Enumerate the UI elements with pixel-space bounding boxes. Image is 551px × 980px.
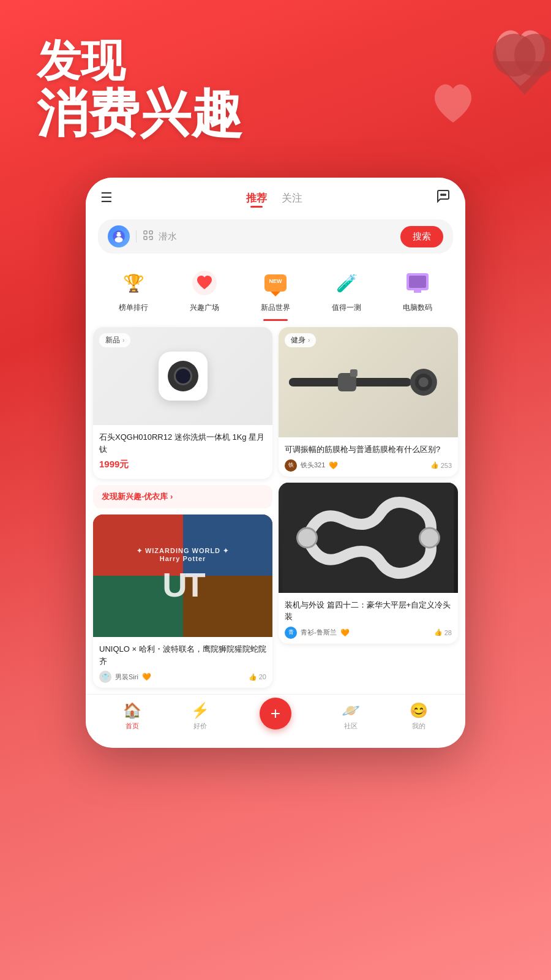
topbar-tabs: 推荐 关注 — [246, 191, 302, 205]
fitness-image: 健身 › — [279, 327, 458, 437]
svg-point-5 — [444, 194, 446, 195]
tab-recommend[interactable]: 推荐 — [246, 191, 267, 205]
fitness-title: 可调振幅的筋膜枪与普通筋膜枪有什么区别? — [285, 443, 452, 456]
fitness-footer: 铁 铁头321 🧡 👍 253 — [285, 459, 452, 472]
interest-label: 兴趣广场 — [190, 303, 219, 313]
ranking-label: 榜单排行 — [119, 303, 148, 313]
harry-vip: 🧡 — [142, 673, 151, 681]
search-bar[interactable]: 潜水 搜索 — [98, 219, 453, 254]
camera-lens-inner — [174, 367, 192, 385]
interest-icon — [189, 267, 220, 299]
category-new[interactable]: NEW 新品世界 — [260, 267, 291, 313]
test-icon: 🧪 — [331, 267, 362, 299]
svg-point-27 — [419, 377, 429, 387]
pc-like-icon: 👍 — [434, 628, 443, 636]
harry-card-body: UNIQLO × 哈利・波特联名，鹰院狮院獾院蛇院齐 👕 男装Siri 🧡 👍 … — [93, 637, 272, 688]
fitness-author-name: 铁头321 — [301, 461, 325, 470]
harry-author-name: 男装Siri — [115, 673, 138, 682]
new-tag-text: 新品 — [105, 335, 120, 345]
pc-author-name: 青衫-鲁斯兰 — [301, 628, 337, 637]
digital-label: 电脑数码 — [403, 303, 432, 313]
menu-icon[interactable]: ☰ — [100, 190, 113, 206]
harry-avatar: 👕 — [99, 671, 111, 683]
like-icon: 👍 — [249, 673, 257, 681]
left-column: 新品 › 石头XQGH010RR12 迷你洗烘一体机 1Kg 星月钛 1999元 — [93, 327, 272, 688]
discover-text: 发现新兴趣-优衣库 › — [102, 491, 173, 502]
chat-icon[interactable] — [436, 189, 451, 207]
svg-point-8 — [114, 237, 122, 243]
topbar: ☰ 推荐 关注 — [86, 178, 465, 214]
svg-point-0 — [493, 34, 536, 77]
camera-card-body: 石头XQGH010RR12 迷你洗烘一体机 1Kg 星月钛 1999元 — [93, 425, 272, 479]
svg-point-31 — [298, 528, 317, 548]
search-avatar — [108, 225, 130, 247]
pc-like-num: 28 — [444, 629, 452, 636]
fitness-like-icon: 👍 — [430, 461, 439, 469]
harry-author: 👕 男装Siri 🧡 — [99, 671, 151, 683]
camera-card[interactable]: 新品 › 石头XQGH010RR12 迷你洗烘一体机 1Kg 星月钛 1999元 — [93, 327, 272, 479]
fitness-card[interactable]: 健身 › 可调振幅的筋膜枪与普通筋膜枪有什么区别? — [279, 327, 458, 477]
pc-image — [279, 483, 458, 593]
svg-rect-23 — [414, 290, 421, 293]
hero-section: 发现 消费兴趣 — [37, 37, 242, 142]
fitness-likes: 👍 253 — [430, 461, 452, 469]
svg-text:NEW: NEW — [269, 278, 283, 284]
fitness-card-body: 可调振幅的筋膜枪与普通筋膜枪有什么区别? 铁 铁头321 🧡 👍 253 — [279, 437, 458, 477]
harry-card[interactable]: ✦ WIZARDING WORLD ✦Harry Potter UT UNIQL… — [93, 514, 272, 688]
pc-card[interactable]: 装机与外设 篇四十二：豪华大平层+自定义冷头装 青 青衫-鲁斯兰 🧡 👍 28 — [279, 483, 458, 644]
harry-image: ✦ WIZARDING WORLD ✦Harry Potter UT — [93, 514, 272, 637]
fitness-tag-text: 健身 — [291, 335, 305, 345]
category-digital[interactable]: 电脑数码 — [402, 267, 433, 313]
harry-footer: 👕 男装Siri 🧡 👍 20 — [99, 671, 266, 683]
ranking-icon: 🏆 — [118, 267, 149, 299]
community-label: 社区 — [344, 722, 358, 731]
svg-rect-22 — [409, 276, 426, 288]
svg-point-10 — [120, 233, 121, 235]
pc-vip: 🧡 — [340, 628, 350, 637]
fitness-tag: 健身 › — [285, 333, 316, 347]
profile-label: 我的 — [412, 722, 425, 731]
harry-logo: ✦ WIZARDING WORLD ✦Harry Potter — [137, 547, 229, 562]
gun-svg — [288, 361, 449, 404]
ut-text: UT — [162, 565, 203, 605]
harry-likes: 👍 20 — [249, 673, 266, 681]
nav-profile[interactable]: 😊 我的 — [410, 702, 428, 731]
search-placeholder: 潜水 — [159, 231, 177, 243]
search-divider — [136, 230, 137, 243]
discover-banner[interactable]: 发现新兴趣-优衣库 › — [93, 485, 272, 508]
fitness-like-num: 253 — [441, 462, 452, 469]
nav-community[interactable]: 🪐 社区 — [342, 702, 360, 731]
pc-author: 青 青衫-鲁斯兰 🧡 — [285, 627, 350, 639]
hero-line1: 发现 — [37, 37, 242, 85]
svg-rect-13 — [144, 236, 147, 239]
category-test[interactable]: 🧪 值得一测 — [331, 267, 362, 313]
nav-deals[interactable]: ⚡ 好价 — [191, 702, 209, 731]
camera-lens — [168, 361, 198, 391]
svg-point-3 — [441, 194, 442, 195]
camera-body — [159, 352, 208, 401]
add-button[interactable]: + — [260, 698, 291, 729]
tag-arrow: › — [122, 337, 124, 344]
category-ranking[interactable]: 🏆 榜单排行 — [118, 267, 149, 313]
category-row: 🏆 榜单排行 兴趣广场 NEW 新品世界 — [86, 258, 465, 319]
harry-title: UNIQLO × 哈利・波特联名，鹰院狮院獾院蛇院齐 — [99, 643, 266, 667]
tab-follow[interactable]: 关注 — [282, 191, 302, 205]
fitness-tag-arrow: › — [308, 337, 310, 344]
like-num: 20 — [259, 673, 266, 680]
phone-mockup: ☰ 推荐 关注 — [86, 178, 465, 748]
test-label: 值得一测 — [332, 303, 361, 313]
new-tag: 新品 › — [99, 333, 130, 347]
search-input-area: 潜水 — [143, 230, 394, 244]
svg-rect-29 — [350, 369, 358, 377]
bottom-nav: 🏠 首页 ⚡ 好价 + 🪐 社区 😊 我的 — [86, 694, 465, 736]
svg-point-9 — [116, 233, 118, 235]
nav-home[interactable]: 🏠 首页 — [123, 702, 141, 731]
scan-icon[interactable] — [143, 230, 154, 244]
new-icon: NEW — [260, 267, 291, 299]
category-interest[interactable]: 兴趣广场 — [189, 267, 220, 313]
deals-icon: ⚡ — [191, 702, 209, 719]
search-button[interactable]: 搜索 — [400, 226, 443, 247]
fitness-avatar: 铁 — [285, 459, 297, 472]
svg-marker-2 — [495, 61, 551, 95]
pc-title: 装机与外设 篇四十二：豪华大平层+自定义冷头装 — [285, 599, 452, 623]
